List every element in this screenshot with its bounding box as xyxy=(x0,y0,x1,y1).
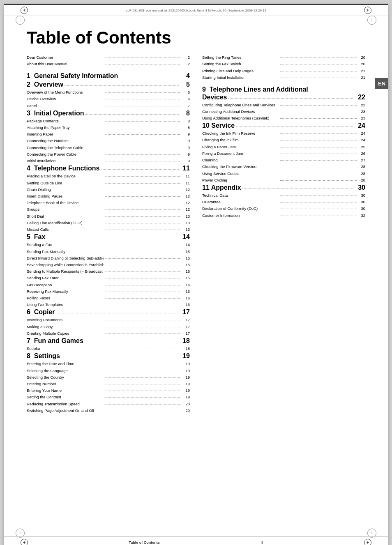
toc-page-num: 17 xyxy=(182,324,190,330)
toc-page-num: 19 xyxy=(182,368,190,374)
toc-entry-text: Attaching the Paper Tray xyxy=(27,125,104,131)
toc-dots xyxy=(105,121,182,122)
toc-entry-text: Checking the Firmware Version xyxy=(202,164,279,170)
section-10: 10 Service 24 Checking the Ink Film Rese… xyxy=(202,122,365,183)
section-1: 1 General Safety Information 4 xyxy=(27,72,190,80)
toc-dots xyxy=(105,128,182,128)
toc-page-num: 7 xyxy=(182,103,190,109)
toc-entry-text: Groups xyxy=(27,207,104,213)
toc-dots xyxy=(61,357,179,357)
section-9-heading-line1: 9 Telephone Lines and Additional xyxy=(202,86,308,93)
footer-label: Table of Contents xyxy=(129,540,160,545)
toc-page-num: 9 xyxy=(182,158,190,164)
list-item: Eavesdropping while Connection is Establ… xyxy=(27,262,190,268)
section-8-heading-row: 8 Settings 19 xyxy=(27,352,190,360)
toc-page-num: 20 xyxy=(358,61,365,67)
footer-reg-mark-left xyxy=(21,539,28,545)
toc-dots xyxy=(105,327,182,327)
section-6-entries: Inserting Documents 17 Making a Copy 17 … xyxy=(27,317,190,336)
toc-dots xyxy=(280,71,357,71)
list-item: Overview of the Menu Functions 5 xyxy=(27,90,190,96)
toc-page-num: 8 xyxy=(180,110,190,117)
toc-entry-text: Fixing a Paper Jam xyxy=(202,144,279,150)
toc-page-num: 12 xyxy=(182,193,190,200)
toc-dots xyxy=(228,98,355,99)
toc-dots xyxy=(105,223,182,223)
toc-page-num: 25 xyxy=(358,144,365,150)
list-item: Declaration of Conformity (DoC) 30 xyxy=(202,206,365,212)
list-item: Short Dial 13 xyxy=(27,214,190,220)
toc-dots xyxy=(280,105,357,106)
section-5-entries: Sending a Fax 14 Sending Fax Manually 15… xyxy=(27,242,190,308)
list-item: Connecting the Telephone Cable 9 xyxy=(27,145,190,151)
toc-dots xyxy=(105,404,182,405)
toc-dots xyxy=(280,64,357,64)
toc-dots xyxy=(105,148,182,148)
list-item: Switching Page Adjustment On and Off 20 xyxy=(27,408,190,414)
list-item: Device Overview 6 xyxy=(27,96,190,102)
toc-entry-text: Eavesdropping while Connection is Establ… xyxy=(27,262,104,268)
section-1-heading: 1 General Safety Information xyxy=(27,72,118,80)
header-text: ppF-631-631-eco-manual-uk-253120765-b.bo… xyxy=(126,9,266,12)
toc-entry-text: Dear Customer xyxy=(27,55,104,61)
toc-page-num: 20 xyxy=(358,55,365,61)
toc-entry-text: Sudoku xyxy=(27,346,104,352)
toc-entry-text: Placing a Call on the Device xyxy=(27,173,104,179)
toc-entry-text: Entering Number xyxy=(27,381,104,387)
toc-page-num: 15 xyxy=(182,249,190,255)
toc-page-num: 13 xyxy=(182,214,190,220)
toc-intro: Dear Customer 2 About this User Manual 2 xyxy=(27,55,190,67)
section-11: 11 Appendix 30 Technical Data 30 Guarant… xyxy=(202,184,365,218)
toc-page-num: 9 xyxy=(182,138,190,144)
section-10-entries: Checking the Ink Film Reserve 24 Changin… xyxy=(202,131,365,183)
toc-page-num: 11 xyxy=(182,180,190,186)
list-item: Creating Multiple Copies 17 xyxy=(27,331,190,337)
toc-dots xyxy=(280,202,357,202)
section-9-heading-line2: Devices xyxy=(202,94,227,101)
toc-page-num: 23 xyxy=(358,115,365,122)
toc-dots xyxy=(105,99,182,99)
list-item: Selecting the Country 19 xyxy=(27,375,190,381)
toc-entry-text: Sending a Fax xyxy=(27,242,104,248)
list-item: Chain Dialling 12 xyxy=(27,187,190,193)
toc-entry-text: Telephone Book of the Device xyxy=(27,200,104,206)
toc-page-num: 27 xyxy=(358,157,365,163)
toc-page-num: 9 xyxy=(182,131,190,138)
toc-dots xyxy=(105,298,182,299)
toc-page-num: 28 xyxy=(358,177,365,184)
section-8: 8 Settings 19 Entering the Date and Time… xyxy=(27,352,190,414)
section-9-heading-block: 9 Telephone Lines and Additional Devices… xyxy=(202,86,365,101)
toc-dots xyxy=(280,180,357,181)
toc-entry-text: Configuring Telephone Lines and Services xyxy=(202,102,279,108)
toc-entry-text: Guarantee xyxy=(202,199,279,205)
toc-entry-text: Checking the Ink Film Reserve xyxy=(202,131,279,137)
list-item: Using Additional Telephones (Easylink) 2… xyxy=(202,115,365,122)
list-item: Connecting the Power Cable 9 xyxy=(27,152,190,158)
list-item: Cleaning 27 xyxy=(202,157,365,163)
toc-entry-text: Power Cycling xyxy=(202,177,279,184)
list-item: Connecting Additional Devices 23 xyxy=(202,109,365,115)
toc-entry-text: Changing the ink film xyxy=(202,137,279,143)
toc-entry-text: Customer Information xyxy=(202,213,279,219)
toc-dots xyxy=(65,85,179,86)
toc-entry-text: Getting Outside Line xyxy=(27,180,104,186)
toc-page-num: 13 xyxy=(182,220,190,226)
toc-page-num: 19 xyxy=(180,352,190,360)
toc-page-num: 32 xyxy=(358,213,365,219)
toc-page-num: 12 xyxy=(182,187,190,193)
list-item: Fixing a Paper Jam 25 xyxy=(202,144,365,150)
toc-dots xyxy=(105,258,182,259)
toc-entry-text: Using Additional Telephones (Easylink) xyxy=(202,115,279,122)
toc-entry-text: Making a Copy xyxy=(27,324,104,330)
toc-page-num: 16 xyxy=(182,282,190,288)
list-item: Sending Fax Later 15 xyxy=(27,275,190,281)
toc-dots xyxy=(105,106,182,106)
toc-dots xyxy=(105,278,182,278)
toc-page-num: 11 xyxy=(182,173,190,179)
toc-dots xyxy=(280,195,357,196)
toc-page-num: 22 xyxy=(358,102,365,108)
toc-dots xyxy=(46,238,179,238)
toc-dots xyxy=(101,169,179,170)
toc-page-num: 26 xyxy=(358,151,365,157)
toc-page-num: 19 xyxy=(182,375,190,381)
